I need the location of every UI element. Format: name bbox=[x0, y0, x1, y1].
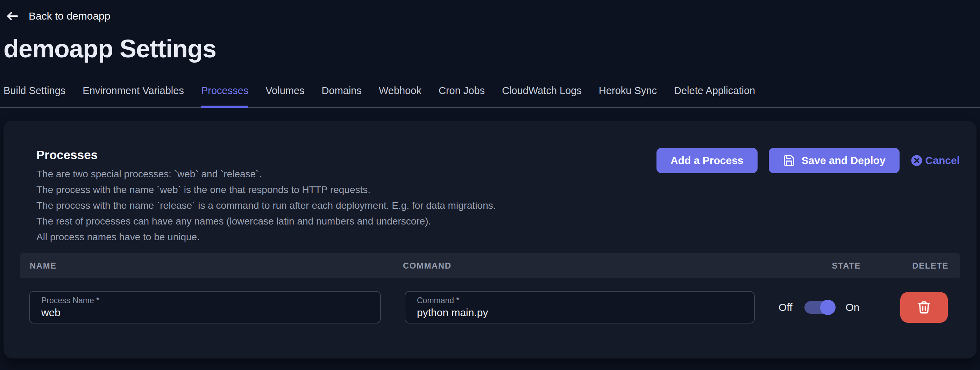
state-off-label: Off bbox=[778, 302, 792, 313]
cancel-button-label: Cancel bbox=[926, 154, 960, 167]
description-line: The are two special processes: `web` and… bbox=[37, 166, 496, 182]
state-cell: Off On bbox=[778, 301, 881, 314]
add-process-button-label: Add a Process bbox=[670, 154, 743, 167]
back-arrow-icon bbox=[6, 9, 19, 23]
back-link[interactable]: Back to demoapp bbox=[6, 9, 110, 23]
save-and-deploy-button[interactable]: Save and Deploy bbox=[769, 148, 900, 173]
column-header-state: STATE bbox=[770, 261, 881, 271]
command-field[interactable]: Command * bbox=[405, 291, 755, 324]
state-toggle-knob bbox=[820, 300, 835, 315]
add-process-button[interactable]: Add a Process bbox=[657, 148, 757, 173]
panel-actions: Add a Process Save and Deploy bbox=[657, 148, 960, 173]
cancel-button[interactable]: Cancel bbox=[911, 154, 960, 167]
panel-header: Processes The are two special processes:… bbox=[20, 148, 960, 245]
panel-heading: Processes bbox=[37, 148, 496, 162]
process-name-label: Process Name * bbox=[41, 296, 373, 305]
description-line: The process with the name `release` is a… bbox=[37, 198, 496, 213]
settings-tab-bar: Build Settings Environment Variables Pro… bbox=[0, 85, 980, 108]
tab-delete-application[interactable]: Delete Application bbox=[674, 85, 755, 106]
tab-cloudwatch-logs[interactable]: CloudWatch Logs bbox=[502, 85, 582, 106]
state-on-label: On bbox=[845, 302, 859, 313]
command-cell: Command * bbox=[396, 291, 770, 324]
description-line: The rest of processes can have any names… bbox=[37, 213, 496, 229]
circle-x-icon bbox=[911, 154, 923, 167]
tab-cron-jobs[interactable]: Cron Jobs bbox=[439, 85, 485, 106]
tab-environment-variables[interactable]: Environment Variables bbox=[83, 85, 184, 106]
command-label: Command * bbox=[417, 296, 747, 305]
tab-webhook[interactable]: Webhook bbox=[379, 85, 422, 106]
description-line: All process names have to be unique. bbox=[37, 229, 496, 245]
processes-table-header: NAME COMMAND STATE DELETE bbox=[20, 253, 960, 278]
column-header-name: NAME bbox=[20, 261, 396, 271]
tab-volumes[interactable]: Volumes bbox=[266, 85, 304, 106]
process-name-input[interactable] bbox=[41, 307, 373, 319]
tab-domains[interactable]: Domains bbox=[322, 85, 362, 106]
tab-build-settings[interactable]: Build Settings bbox=[3, 85, 65, 106]
table-row: Process Name * Command * Off On bbox=[20, 291, 960, 324]
save-and-deploy-button-label: Save and Deploy bbox=[802, 154, 886, 167]
processes-panel: Processes The are two special processes:… bbox=[3, 121, 977, 359]
command-input[interactable] bbox=[417, 307, 747, 319]
page-title: demoapp Settings bbox=[3, 34, 216, 63]
panel-description-block: Processes The are two special processes:… bbox=[37, 148, 496, 245]
column-header-delete: DELETE bbox=[881, 261, 960, 271]
tab-heroku-sync[interactable]: Heroku Sync bbox=[599, 85, 657, 106]
state-toggle[interactable] bbox=[804, 301, 835, 314]
column-header-command: COMMAND bbox=[396, 261, 770, 271]
save-floppy-icon bbox=[783, 154, 795, 167]
process-name-field[interactable]: Process Name * bbox=[29, 291, 381, 324]
delete-cell bbox=[881, 292, 960, 323]
back-link-label: Back to demoapp bbox=[29, 10, 110, 22]
trash-icon bbox=[917, 300, 931, 315]
description-line: The process with the name `web` is the o… bbox=[37, 182, 496, 198]
tab-processes[interactable]: Processes bbox=[201, 85, 248, 106]
name-cell: Process Name * bbox=[20, 291, 396, 324]
delete-process-button[interactable] bbox=[900, 292, 948, 323]
